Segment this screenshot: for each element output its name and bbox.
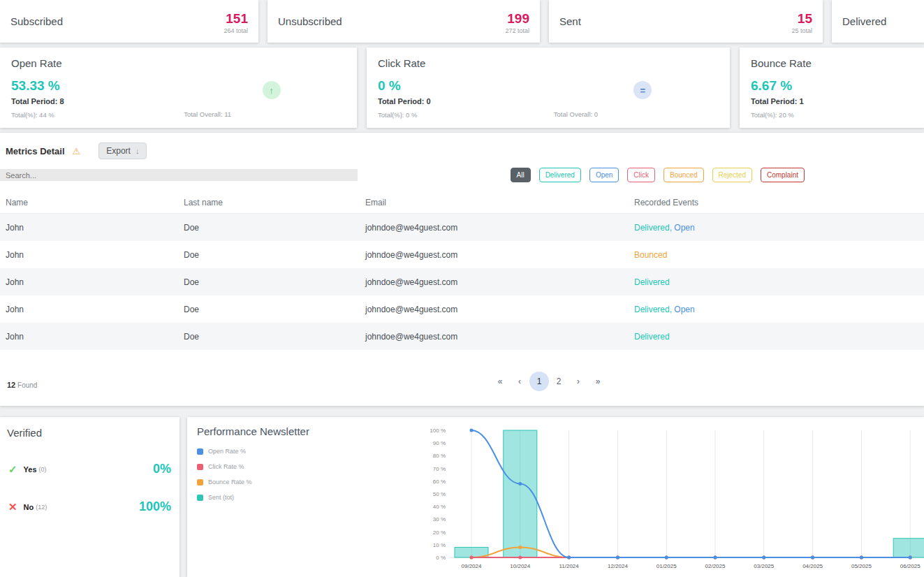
metrics-header: Metrics Detail ⚠ Export ↓ (0, 133, 924, 159)
legend-item-label: Bounce Rate % (208, 479, 252, 485)
table-row[interactable]: John Doe johndoe@we4guest.com Delivered (0, 323, 924, 350)
cell-email: johndoe@we4guest.com (365, 332, 634, 342)
svg-text:10/2024: 10/2024 (510, 563, 530, 569)
verified-row-count: (12) (36, 504, 47, 511)
verified-card: Verified ✓ Yes (0) 0% ✕ No (12) 100% (0, 417, 179, 577)
rate-card-value: 0 % (378, 78, 719, 94)
verified-row-label: No (24, 503, 34, 511)
verified-title: Verified (7, 427, 173, 439)
event-badge-open: Open (674, 223, 694, 233)
svg-text:09/2024: 09/2024 (462, 563, 482, 569)
warning-icon: ⚠ (73, 146, 81, 156)
svg-text:20 %: 20 % (433, 529, 446, 536)
rate-card-total-period: Total Period: 0 (378, 97, 719, 105)
cell-email: johndoe@we4guest.com (365, 223, 634, 233)
metrics-detail-panel: Metrics Detail ⚠ Export ↓ All Delivered … (0, 133, 924, 406)
pagination-page-2[interactable]: 2 (549, 372, 569, 391)
filter-chip-all[interactable]: All (511, 168, 531, 182)
search-and-filters-row: All Delivered Open Click Bounced Rejecte… (0, 168, 924, 182)
rate-card: Click Rate 0 % Total Period: 0 Total(%):… (367, 48, 730, 128)
results-count-number: 12 (7, 381, 15, 389)
metrics-title: Metrics Detail (6, 146, 65, 156)
pagination: «‹12›» (490, 372, 608, 391)
search-input[interactable] (0, 169, 358, 181)
filter-chip-rejected[interactable]: Rejected (712, 168, 752, 182)
stat-card-value: 199 (505, 12, 529, 26)
performance-newsletter-card: Performance Newsletter Open Rate % Click… (187, 417, 924, 577)
export-button-label: Export (106, 146, 131, 156)
pagination-last[interactable]: » (588, 372, 608, 391)
verified-row: ✕ No (12) 100% (7, 499, 173, 514)
verified-rows: ✓ Yes (0) 0% ✕ No (12) 100% (7, 462, 173, 514)
svg-text:03/2025: 03/2025 (754, 563, 774, 569)
event-filter-chips: All Delivered Open Click Bounced Rejecte… (511, 168, 805, 182)
svg-text:100 %: 100 % (430, 428, 446, 434)
verified-row: ✓ Yes (0) 0% (7, 462, 173, 476)
column-header-email: Email (365, 198, 634, 207)
trend-equal-icon: = (633, 81, 652, 99)
results-count: 12 Found (7, 381, 37, 389)
pagination-first[interactable]: « (490, 372, 510, 391)
cell-name: John (6, 250, 184, 260)
legend-swatch (197, 479, 203, 485)
rate-card-total-overall: Total Overall: 0 (554, 110, 598, 118)
stat-card-total: 272 total (505, 27, 529, 34)
filter-chip-bounced[interactable]: Bounced (663, 168, 703, 182)
legend-item-label: Open Rate % (208, 448, 246, 455)
legend-item-label: Sent (tot) (208, 494, 234, 501)
svg-text:06/2025: 06/2025 (900, 563, 921, 569)
svg-text:04/2025: 04/2025 (802, 563, 823, 569)
svg-text:90 %: 90 % (433, 440, 446, 446)
pagination-prev[interactable]: ‹ (510, 372, 529, 391)
performance-chart: 09/202410/202411/202412/202401/202502/20… (419, 423, 924, 575)
pagination-page-1[interactable]: 1 (529, 372, 549, 391)
table-row[interactable]: John Doe johndoe@we4guest.com Delivered (0, 268, 924, 295)
cell-name: John (6, 332, 184, 342)
rate-card: Open Rate 53.33 % Total Period: 8 Total(… (0, 48, 357, 128)
export-button[interactable]: Export ↓ (98, 143, 147, 159)
svg-text:12/2024: 12/2024 (608, 563, 628, 569)
svg-text:80 %: 80 % (433, 453, 446, 459)
svg-text:50 %: 50 % (433, 491, 446, 497)
stat-card-total: 264 total (223, 27, 248, 34)
bottom-row: Verified ✓ Yes (0) 0% ✕ No (12) 100% Per… (0, 417, 924, 577)
table-header-row: Name Last name Email Recorded Events (0, 191, 924, 214)
rate-card-total-period: Total Period: 1 (751, 97, 913, 105)
cell-recorded-events: Delivered, Open (634, 223, 918, 233)
svg-text:0 %: 0 % (436, 555, 446, 561)
chart-canvas: 09/202410/202411/202412/202401/202502/20… (419, 423, 924, 575)
filter-chip-open[interactable]: Open (589, 168, 619, 182)
filter-chip-delivered[interactable]: Delivered (539, 168, 581, 182)
table-row[interactable]: John Doe johndoe@we4guest.com Delivered,… (0, 295, 924, 323)
legend-swatch (197, 464, 203, 470)
table-row[interactable]: John Doe johndoe@we4guest.com Bounced (0, 241, 924, 268)
verified-row-label: Yes (24, 465, 37, 474)
svg-text:05/2025: 05/2025 (851, 563, 872, 569)
rate-card-total-percent: Total(%): 20 % (751, 111, 913, 119)
svg-text:11/2024: 11/2024 (559, 563, 579, 569)
cell-name: John (6, 223, 184, 233)
table-body: John Doe johndoe@we4guest.com Delivered,… (0, 214, 924, 350)
cell-recorded-events: Bounced (634, 250, 918, 260)
cell-last-name: Doe (184, 250, 365, 260)
svg-text:10 %: 10 % (433, 542, 446, 548)
cell-last-name: Doe (184, 277, 365, 287)
cell-last-name: Doe (184, 305, 365, 314)
legend-item-label: Click Rate % (208, 463, 244, 470)
event-badge-bounced: Bounced (634, 250, 667, 260)
column-header-name: Name (6, 198, 184, 207)
rate-card-total-overall: Total Overall: 11 (184, 110, 231, 118)
cell-last-name: Doe (184, 332, 365, 342)
results-count-label: Found (17, 381, 37, 389)
filter-chip-complaint[interactable]: Complaint (761, 168, 805, 182)
rate-card-total-period: Total Period: 8 (11, 97, 346, 105)
rate-card-title: Open Rate (11, 57, 346, 69)
pagination-next[interactable]: › (569, 372, 588, 391)
table-row[interactable]: John Doe johndoe@we4guest.com Delivered,… (0, 214, 924, 241)
filter-chip-click[interactable]: Click (627, 168, 655, 182)
stat-card-value: 151 (223, 12, 248, 26)
trend-up-icon: ↑ (263, 81, 281, 99)
cell-email: johndoe@we4guest.com (365, 277, 634, 287)
rate-card: Bounce Rate 6.67 % Total Period: 1 Total… (740, 48, 924, 128)
event-badge-delivered: Delivered (634, 277, 670, 287)
